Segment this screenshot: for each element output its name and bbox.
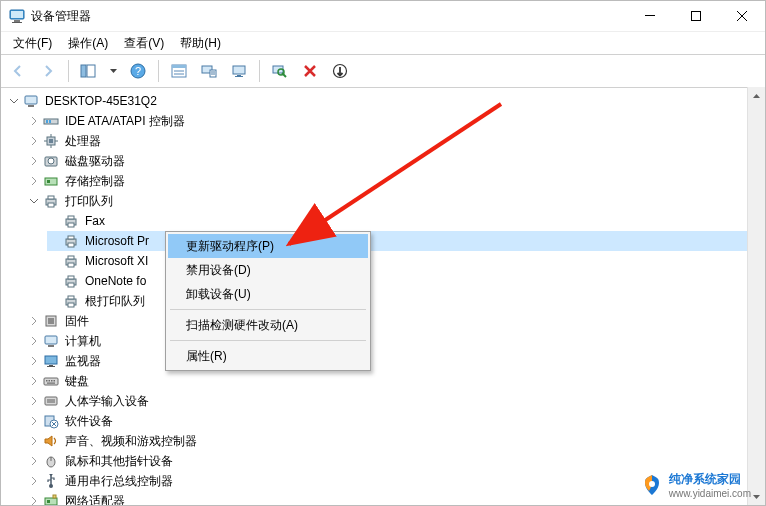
expand-icon[interactable] (27, 134, 41, 148)
svg-rect-46 (68, 236, 74, 239)
svg-point-81 (649, 481, 655, 487)
app-icon (9, 8, 25, 24)
expand-icon[interactable] (27, 174, 41, 188)
toolbar-separator (68, 60, 69, 82)
toolbar-details-pane[interactable] (166, 58, 192, 84)
svg-text:?: ? (135, 65, 141, 77)
menu-action[interactable]: 操作(A) (60, 33, 116, 54)
keyboard-icon (43, 373, 59, 389)
tree-item-disk[interactable]: 磁盘驱动器 (27, 151, 765, 171)
titlebar: 设备管理器 (1, 1, 765, 31)
minimize-button[interactable] (627, 1, 673, 31)
tree-item-computer[interactable]: 计算机 (27, 331, 765, 351)
expand-icon[interactable] (27, 314, 41, 328)
expand-icon[interactable] (27, 394, 41, 408)
svg-rect-43 (68, 216, 74, 219)
svg-rect-79 (53, 495, 56, 498)
collapse-icon[interactable] (27, 194, 41, 208)
back-icon (10, 63, 26, 79)
tree-root[interactable]: DESKTOP-45E31Q2 (7, 91, 765, 111)
tree-item-label: 磁盘驱动器 (63, 153, 127, 170)
ctx-properties[interactable]: 属性(R) (168, 344, 368, 368)
expand-icon[interactable] (27, 334, 41, 348)
ctx-separator (170, 340, 366, 341)
toolbar-devices-by-type[interactable] (196, 58, 222, 84)
svg-rect-58 (48, 318, 54, 324)
svg-rect-68 (54, 380, 56, 382)
scroll-track[interactable] (748, 104, 765, 488)
menu-file[interactable]: 文件(F) (5, 33, 60, 54)
close-button[interactable] (719, 1, 765, 31)
tree-item-keyboard[interactable]: 键盘 (27, 371, 765, 391)
tree-item-label: 存储控制器 (63, 173, 127, 190)
tree-item-label: Fax (83, 214, 107, 228)
tree-item-print-queues[interactable]: 打印队列 (27, 191, 765, 211)
tree-item-sound[interactable]: 声音、视频和游戏控制器 (27, 431, 765, 451)
tree-item-label: 处理器 (63, 133, 103, 150)
tree-item-hid[interactable]: 人体学输入设备 (27, 391, 765, 411)
expand-icon[interactable] (27, 474, 41, 488)
expand-icon[interactable] (27, 414, 41, 428)
toolbar-scan-hardware[interactable] (267, 58, 293, 84)
collapse-icon[interactable] (7, 94, 21, 108)
chevron-down-icon (753, 495, 760, 499)
expand-icon[interactable] (27, 494, 41, 505)
vertical-scrollbar[interactable] (747, 87, 765, 505)
context-menu: 更新驱动程序(P) 禁用设备(D) 卸载设备(U) 扫描检测硬件改动(A) 属性… (165, 231, 371, 371)
svg-rect-52 (68, 276, 74, 279)
toolbar-help[interactable]: ? (125, 58, 151, 84)
tree-item-root-print-queue[interactable]: 根打印队列 (47, 291, 765, 311)
toolbar-uninstall-device[interactable] (297, 58, 323, 84)
ctx-update-driver[interactable]: 更新驱动程序(P) (168, 234, 368, 258)
svg-rect-60 (48, 345, 54, 347)
svg-rect-40 (48, 196, 54, 199)
svg-rect-38 (47, 180, 50, 183)
toolbar: ? (1, 54, 765, 88)
tree-item-ide[interactable]: IDE ATA/ATAPI 控制器 (27, 111, 765, 131)
details-pane-icon (171, 63, 187, 79)
maximize-button[interactable] (673, 1, 719, 31)
svg-rect-19 (237, 75, 241, 76)
svg-rect-59 (45, 336, 57, 344)
svg-rect-28 (49, 120, 51, 123)
expand-icon[interactable] (27, 114, 41, 128)
tree-item-fax[interactable]: Fax (47, 211, 765, 231)
tree-item-mouse[interactable]: 鼠标和其他指针设备 (27, 451, 765, 471)
tree-item-firmware[interactable]: 固件 (27, 311, 765, 331)
watermark-url: www.yidaimei.com (669, 488, 751, 499)
tree-item-ms-print-to-pdf[interactable]: Microsoft Pr (47, 231, 765, 251)
devices-by-connection-icon (231, 63, 247, 79)
svg-rect-65 (46, 380, 48, 382)
menu-help[interactable]: 帮助(H) (172, 33, 229, 54)
toolbar-show-hide-tree[interactable] (76, 58, 121, 84)
toolbar-forward[interactable] (35, 58, 61, 84)
device-tree[interactable]: DESKTOP-45E31Q2 IDE ATA/ATAPI 控制器 处理器 (1, 87, 765, 505)
tree-item-cpu[interactable]: 处理器 (27, 131, 765, 151)
scroll-up-button[interactable] (748, 87, 765, 104)
expand-icon[interactable] (27, 354, 41, 368)
tree-item-label: IDE ATA/ATAPI 控制器 (63, 113, 187, 130)
toolbar-update-driver[interactable] (327, 58, 353, 84)
close-icon (737, 11, 747, 21)
ctx-disable-device[interactable]: 禁用设备(D) (168, 258, 368, 282)
expand-icon[interactable] (27, 434, 41, 448)
svg-rect-20 (235, 76, 243, 77)
toolbar-separator (259, 60, 260, 82)
toolbar-devices-by-connection[interactable] (226, 58, 252, 84)
svg-rect-56 (68, 303, 74, 307)
tree-item-monitor[interactable]: 监视器 (27, 351, 765, 371)
toolbar-back[interactable] (5, 58, 31, 84)
tree-item-storage[interactable]: 存储控制器 (27, 171, 765, 191)
expand-icon[interactable] (27, 374, 41, 388)
tree-item-ms-xps[interactable]: Microsoft XI (47, 251, 765, 271)
menu-view[interactable]: 查看(V) (116, 33, 172, 54)
svg-rect-5 (692, 12, 701, 21)
expand-icon[interactable] (27, 154, 41, 168)
svg-rect-71 (47, 399, 55, 403)
tree-item-label: 键盘 (63, 373, 91, 390)
expand-icon[interactable] (27, 454, 41, 468)
tree-item-onenote[interactable]: OneNote fo (47, 271, 765, 291)
ctx-scan-hardware[interactable]: 扫描检测硬件改动(A) (168, 313, 368, 337)
ctx-uninstall-device[interactable]: 卸载设备(U) (168, 282, 368, 306)
tree-item-software-devices[interactable]: 软件设备 (27, 411, 765, 431)
